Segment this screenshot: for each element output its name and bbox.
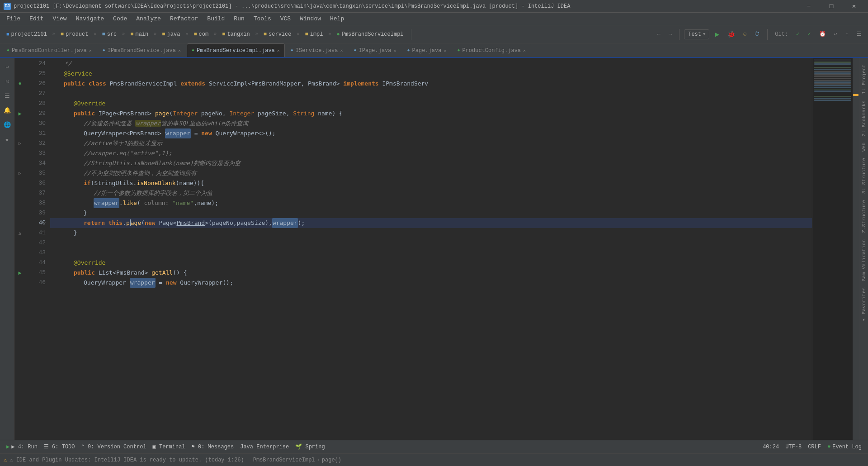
line-icon-33 [14, 148, 25, 158]
vtab-z-structure[interactable]: Z-Structure [860, 197, 868, 236]
menu-refactor[interactable]: Refactor [165, 14, 203, 24]
vtab-web[interactable]: Web [860, 140, 868, 154]
maximize-button[interactable]: □ [821, 0, 842, 13]
linenum-35: 35 [25, 168, 46, 178]
close-tab-iservice[interactable]: ✕ [178, 48, 181, 53]
code-line-24: */ [50, 59, 812, 69]
close-button[interactable]: ✕ [844, 0, 864, 13]
structure-icon[interactable]: ☰ [2, 90, 13, 101]
toolbar-impl[interactable]: ■ impl [302, 30, 326, 39]
tab-iservice[interactable]: ● IPmsBrandService.java ✕ [98, 43, 186, 57]
toolbar-java[interactable]: ■ java [159, 30, 183, 39]
line-icon-26[interactable]: ● [14, 79, 25, 89]
window-controls[interactable]: − □ ✕ [798, 0, 864, 13]
settings-button[interactable]: ☰ [854, 29, 864, 39]
close-tab-serviceimpl[interactable]: ✕ [277, 48, 280, 53]
tab-ipage[interactable]: ● IPage.java ✕ [349, 43, 401, 57]
menu-analyze[interactable]: Analyze [132, 14, 165, 24]
code-line-36: if (StringUtils. isNoneBlank (name)){ [50, 178, 812, 188]
linenum-31: 31 [25, 128, 46, 138]
status-eventlog[interactable]: ♥ Event Log [825, 443, 864, 451]
tab-productconfig[interactable]: ● ProductConfig.java ✕ [452, 43, 531, 57]
status-messages[interactable]: ⚑ 0: Messages [189, 442, 237, 451]
vtab-structure[interactable]: 3: Structure [860, 155, 868, 196]
close-tab-productconfig[interactable]: ✕ [523, 48, 526, 53]
menu-navigate[interactable]: Navigate [71, 14, 108, 24]
minimap [812, 58, 853, 466]
close-tab-page[interactable]: ✕ [443, 48, 446, 53]
linenum-34: 34 [25, 158, 46, 168]
toolbar-project[interactable]: ■ project2101 [4, 30, 50, 39]
linenum-24: 24 [25, 59, 46, 69]
toolbar-com[interactable]: ■ com [191, 30, 211, 39]
code-line-35: //不为空则按照条件查询，为空则查询所有 [50, 168, 812, 178]
tab-page[interactable]: ● Page.java ✕ [402, 43, 452, 57]
menu-file[interactable]: File [2, 14, 25, 24]
git-checkmark1[interactable]: ✓ [793, 29, 802, 39]
status-position[interactable]: 40:24 [760, 443, 782, 451]
coverage-button[interactable]: ☉ [741, 29, 749, 39]
code-line-33: //wrapper.eq("active",1); [50, 148, 812, 158]
tab-serviceimpl[interactable]: ● PmsBrandServiceImpl.java ✕ [187, 43, 285, 57]
status-terminal[interactable]: ▣ Terminal [150, 442, 188, 451]
close-tab-iservice2[interactable]: ✕ [340, 48, 343, 53]
status-spring[interactable]: 🌱 Spring [292, 442, 327, 451]
menu-vcs[interactable]: VCS [276, 14, 295, 24]
web-icon[interactable]: 🌐 [2, 119, 13, 130]
git-push[interactable]: ↑ [843, 30, 851, 39]
minimize-button[interactable]: − [798, 0, 819, 13]
notifications-icon[interactable]: 🔔 [2, 105, 13, 116]
linenum-33: 33 [25, 148, 46, 158]
tab-controller[interactable]: ● PmsBrandController.java ✕ [2, 43, 97, 57]
menu-code[interactable]: Code [108, 14, 132, 24]
toolbar-main[interactable]: ■ main [127, 30, 151, 39]
menu-help[interactable]: Help [326, 14, 349, 24]
status-encoding[interactable]: UTF-8 [783, 443, 804, 451]
close-tab-ipage[interactable]: ✕ [394, 48, 396, 53]
line-icon-45[interactable]: ▶ [14, 268, 25, 278]
toolbar-classname[interactable]: ● PmsBrandServiceImpl [334, 30, 406, 39]
project-tool-icon[interactable]: 1 [2, 62, 13, 72]
code-editor[interactable]: */ @Service public class PmsBrandService… [50, 58, 812, 466]
menu-view[interactable]: View [48, 14, 71, 24]
toolbar-tangxin[interactable]: ■ tangxin [219, 30, 253, 39]
run-config-dropdown[interactable]: Test ▼ [684, 29, 709, 39]
toolbar-service[interactable]: ■ service [261, 30, 294, 39]
linenum-36: 36 [25, 178, 46, 188]
menu-build[interactable]: Build [203, 14, 229, 24]
status-bar: ▶ ▶ 4: Run ☰ 6: TODO ⌃ 9: Version Contro… [0, 440, 868, 453]
vtab-project[interactable]: 1: Project [860, 62, 868, 97]
run-button[interactable]: ▶ [712, 29, 722, 40]
toolbar-module[interactable]: ■ product [58, 30, 91, 39]
vtab-sam-validation[interactable]: Sam Validation [860, 237, 868, 284]
git-checkmark2[interactable]: ✓ [805, 29, 813, 39]
tab-iservice2[interactable]: ● IService.java ✕ [286, 43, 348, 57]
module-label: product [66, 31, 88, 38]
menu-tools[interactable]: Tools [249, 14, 276, 24]
linenum-42: 42 [25, 238, 46, 248]
code-line-26: public class PmsBrandServiceImpl extends… [50, 79, 812, 89]
toolbar-src[interactable]: ■ src [99, 30, 119, 39]
status-linesep[interactable]: CRLF [805, 443, 824, 451]
vtab-favorites[interactable]: ★ Favorites [860, 285, 868, 326]
line-icon-37 [14, 188, 25, 198]
line-icon-32[interactable]: ▷ [14, 138, 25, 148]
menu-window[interactable]: Window [295, 14, 326, 24]
forward-button[interactable]: → [666, 30, 675, 39]
bookmarks-icon[interactable]: 2 [2, 76, 13, 87]
git-history[interactable]: ⏰ [816, 29, 829, 39]
status-versioncontrol[interactable]: ⌃ 9: Version Control [78, 442, 149, 451]
vtab-bookmarks[interactable]: 2: Bookmarks [860, 98, 868, 139]
menu-edit[interactable]: Edit [25, 14, 48, 24]
profile-button[interactable]: ⏱ [752, 29, 763, 39]
debug-button[interactable]: 🐞 [725, 29, 738, 39]
status-todo[interactable]: ☰ 6: TODO [41, 442, 78, 451]
git-rollback[interactable]: ↩ [831, 29, 840, 39]
close-tab-controller[interactable]: ✕ [89, 48, 92, 53]
menu-run[interactable]: Run [229, 14, 249, 24]
status-run[interactable]: ▶ ▶ 4: Run [4, 442, 40, 451]
favorites-icon[interactable]: ★ [2, 134, 13, 145]
back-button[interactable]: ← [655, 30, 663, 39]
status-java-enterprise[interactable]: Java Enterprise [237, 443, 292, 451]
line-icon-29[interactable]: ▶ [14, 109, 25, 119]
